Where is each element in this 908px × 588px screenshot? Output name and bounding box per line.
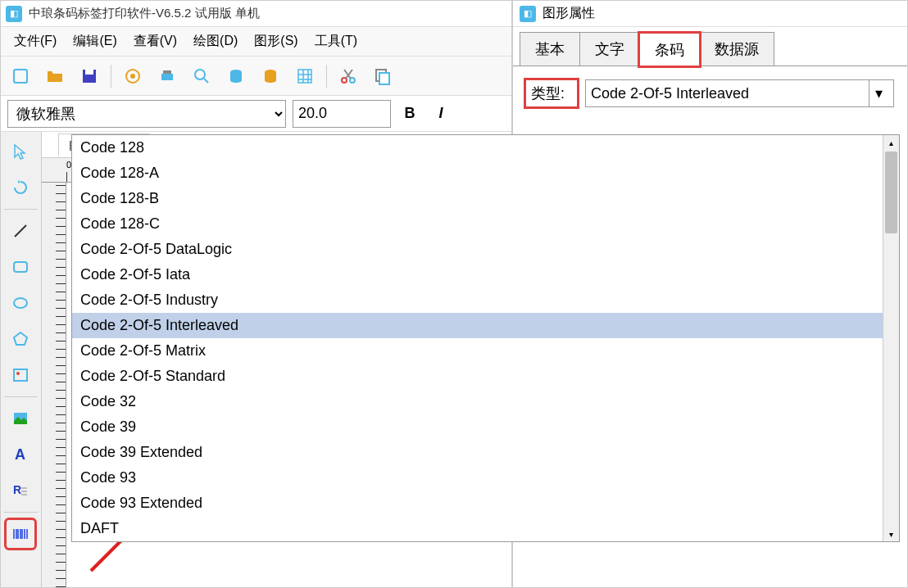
pointer-tool[interactable]: [4, 135, 37, 168]
separator: [326, 65, 327, 88]
toolbar: [1, 57, 511, 96]
scroll-thumb[interactable]: [885, 152, 897, 233]
type-label: 类型:: [526, 80, 577, 106]
dropdown-option[interactable]: Code 128-A: [72, 161, 899, 186]
rotate-tool[interactable]: [4, 171, 37, 204]
dropdown-option[interactable]: Code 2-Of-5 DataLogic: [72, 237, 899, 262]
separator: [4, 512, 38, 513]
font-size-input[interactable]: [293, 100, 391, 128]
properties-panel: ◧ 图形属性 基本 文字 条码 数据源 类型: Code 2-Of-5 Inte…: [512, 0, 908, 588]
save-button[interactable]: [76, 63, 102, 89]
database-button[interactable]: [223, 63, 249, 89]
svg-line-8: [204, 79, 208, 83]
rect-tool[interactable]: [4, 251, 37, 283]
font-bar: 微软雅黑 B I: [1, 96, 511, 132]
font-name-select[interactable]: 微软雅黑: [7, 100, 286, 128]
line-tool[interactable]: [4, 215, 37, 247]
dropdown-option[interactable]: DAFT: [72, 516, 899, 541]
properties-body: 类型: Code 2-Of-5 Interleaved ▾ 校验算 编码: 线宽…: [513, 66, 907, 133]
svg-point-19: [16, 372, 20, 375]
tab-barcode[interactable]: 条码: [639, 33, 700, 66]
italic-button[interactable]: I: [429, 102, 453, 126]
dropdown-option[interactable]: Code 93 Extended: [72, 491, 899, 516]
svg-point-7: [195, 70, 205, 79]
barcode-type-dropdown: Code 128 Code 128-A Code 128-B Code 128-…: [71, 134, 900, 542]
settings-button[interactable]: [120, 63, 146, 89]
menubar: 文件(F) 编辑(E) 查看(V) 绘图(D) 图形(S) 工具(T): [1, 27, 511, 57]
svg-point-17: [14, 298, 27, 308]
side-toolbar: A R: [1, 132, 42, 587]
svg-rect-18: [14, 369, 27, 381]
image-tool[interactable]: [4, 359, 37, 391]
panel-icon: ◧: [520, 6, 536, 22]
type-value: Code 2-Of-5 Interleaved: [591, 85, 749, 102]
menu-draw[interactable]: 绘图(D): [187, 29, 244, 53]
dropdown-scrollbar[interactable]: ▴ ▾: [883, 135, 899, 541]
barcode-tool[interactable]: [4, 518, 37, 550]
dropdown-option[interactable]: Code 128: [72, 135, 899, 161]
dropdown-option[interactable]: Code 39: [72, 414, 899, 440]
barcode-type-select[interactable]: Code 2-Of-5 Interleaved ▾: [585, 79, 894, 107]
svg-rect-2: [85, 70, 93, 75]
dropdown-option[interactable]: Code 128-B: [72, 186, 899, 211]
dropdown-option[interactable]: Code 2-Of-5 Standard: [72, 364, 899, 389]
svg-rect-16: [14, 262, 27, 272]
tab-basic[interactable]: 基本: [520, 32, 580, 66]
window-title: 中琅条码标签打印软件-V6.5.2 试用版 单机: [29, 6, 260, 21]
separator: [111, 65, 111, 88]
print-button[interactable]: [154, 63, 180, 89]
cut-button[interactable]: [335, 63, 361, 89]
text-tool[interactable]: A: [4, 438, 37, 471]
svg-text:R: R: [13, 483, 21, 496]
scroll-up-icon[interactable]: ▴: [883, 135, 899, 150]
preview-button[interactable]: [188, 63, 215, 89]
svg-rect-0: [14, 70, 27, 83]
dropdown-option[interactable]: Code 93: [72, 465, 899, 491]
svg-rect-5: [161, 74, 173, 80]
scroll-down-icon[interactable]: ▾: [883, 527, 899, 541]
tab-text[interactable]: 文字: [579, 32, 640, 66]
app-icon: ◧: [6, 6, 22, 22]
new-button[interactable]: [7, 63, 34, 89]
svg-line-15: [15, 225, 26, 237]
chevron-down-icon: ▾: [869, 80, 888, 106]
svg-rect-14: [379, 73, 389, 84]
picture-tool[interactable]: [4, 402, 37, 435]
polygon-tool[interactable]: [4, 323, 37, 355]
open-button[interactable]: [42, 63, 68, 89]
dropdown-option[interactable]: Code 128-C: [72, 211, 899, 237]
svg-point-4: [130, 74, 135, 79]
richtext-tool[interactable]: R: [4, 474, 37, 507]
svg-text:A: A: [15, 446, 25, 463]
separator: [4, 396, 38, 397]
properties-titlebar: ◧ 图形属性: [513, 1, 907, 27]
dropdown-option[interactable]: Code 32: [72, 389, 899, 414]
menu-file[interactable]: 文件(F): [7, 29, 63, 53]
svg-rect-6: [163, 70, 171, 74]
copy-button[interactable]: [370, 63, 396, 89]
properties-title: 图形属性: [543, 5, 595, 22]
separator: [4, 209, 38, 210]
bold-button[interactable]: B: [397, 102, 422, 126]
titlebar: ◧ 中琅条码标签打印软件-V6.5.2 试用版 单机: [1, 1, 511, 27]
dropdown-option[interactable]: Code 2-Of-5 Industry: [72, 287, 899, 313]
menu-shape[interactable]: 图形(S): [247, 29, 304, 53]
dropdown-option[interactable]: Code 2-Of-5 Matrix: [72, 338, 899, 364]
menu-tool[interactable]: 工具(T): [308, 29, 364, 53]
ellipse-tool[interactable]: [4, 287, 37, 319]
menu-edit[interactable]: 编辑(E): [66, 29, 123, 53]
dropdown-option[interactable]: Code 2-Of-5 Iata: [72, 262, 899, 287]
tab-datasource[interactable]: 数据源: [699, 32, 774, 66]
dropdown-option[interactable]: Code 2-Of-5 Interleaved: [72, 313, 899, 338]
grid-button[interactable]: [292, 63, 318, 89]
properties-tabs: 基本 文字 条码 数据源: [513, 27, 907, 66]
dropdown-option[interactable]: Code 39 Extended: [72, 440, 899, 465]
menu-view[interactable]: 查看(V): [127, 29, 184, 53]
database2-button[interactable]: [257, 63, 284, 89]
vertical-ruler: [42, 183, 66, 587]
